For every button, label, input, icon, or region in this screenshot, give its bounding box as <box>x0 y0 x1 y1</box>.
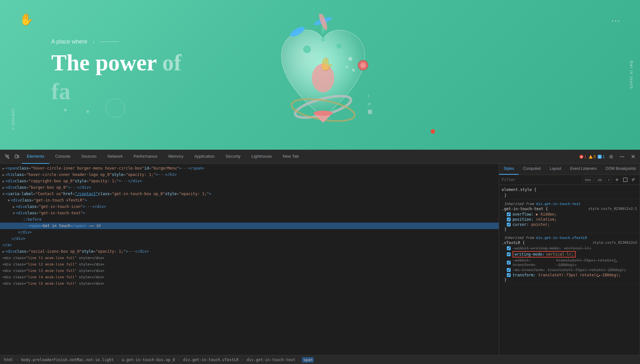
styles-filter-bar: :hov .cls + <box>499 175 640 185</box>
website-preview: ✋ ··· A place where ↓ The power of fa © … <box>0 0 640 150</box>
hover-filter-button[interactable]: :hov <box>582 177 593 183</box>
element-picker-button[interactable] <box>3 152 12 161</box>
breadcrumb-a[interactable]: a.get-in-touch-box.op_0 <box>120 357 176 363</box>
prop-checkbox[interactable] <box>507 273 511 277</box>
device-toggle-button[interactable] <box>12 152 21 161</box>
styles-filter-input[interactable] <box>502 178 581 182</box>
expand-icon[interactable] <box>3 192 4 196</box>
svg-point-29 <box>620 156 621 157</box>
three-dots: ··· <box>18 224 28 228</box>
inherited-from-selector-2[interactable]: div.get-in-touch.vTextLR <box>536 236 587 240</box>
tab-application[interactable]: Application <box>189 150 220 164</box>
tab-computed[interactable]: Computed <box>519 164 545 175</box>
site-dots-menu[interactable]: ··· <box>612 16 621 25</box>
tab-console[interactable]: Console <box>50 150 76 164</box>
dom-line[interactable]: <div class="get-in-touch vTextLR" > <box>0 197 499 203</box>
svg-text:t: t <box>368 94 369 98</box>
link-href[interactable]: /contact <box>77 192 96 196</box>
dom-line[interactable]: <div class="line l2 anim-line full" styl… <box>0 261 499 267</box>
breadcrumb-body[interactable]: body.preloaderFinish.notMac.not-ie.light <box>20 357 115 363</box>
style-prop-line: cursor: pointer; <box>502 222 637 227</box>
dom-line[interactable]: <span class="hover-circle-inner burger-m… <box>0 165 499 171</box>
prop-checkbox[interactable] <box>507 261 511 265</box>
dom-line[interactable]: <div class="line l3 anim-line full" styl… <box>0 267 499 274</box>
breadcrumb-div-text[interactable]: div.get-in-touch-text <box>245 357 296 363</box>
toggle-computed-button[interactable] <box>630 176 637 183</box>
tab-event-listeners[interactable]: Event Listeners <box>566 164 601 175</box>
inspect-element-button[interactable] <box>622 176 629 183</box>
tab-performance[interactable]: Performance <box>128 150 162 164</box>
dom-line-selected[interactable]: ··· <span> Get in touch </span> == $0 <box>0 223 499 229</box>
expand-icon[interactable] <box>13 211 15 215</box>
tab-memory[interactable]: Memory <box>163 150 189 164</box>
tag-name: span <box>8 166 17 170</box>
breadcrumb-bar: html › body.preloaderFinish.notMac.not-i… <box>0 355 640 364</box>
dom-line[interactable]: <div class="get-in-touch-icon" > ··· </d… <box>0 203 499 210</box>
expand-icon[interactable] <box>3 173 4 177</box>
dom-line[interactable]: <a aria-label="Contact us" href="/contac… <box>0 191 499 197</box>
expand-icon[interactable] <box>3 167 4 170</box>
tab-new-tab[interactable]: New Tab <box>278 150 304 164</box>
dom-panel[interactable]: <span class="hover-circle-inner burger-m… <box>0 164 499 355</box>
dom-line[interactable]: </a> <box>0 242 499 248</box>
tab-lighthouse[interactable]: Lighthouse <box>246 150 277 164</box>
inherited-from-selector[interactable]: div.get-in-touch-text <box>536 202 580 206</box>
breadcrumb-span[interactable]: span <box>302 357 314 363</box>
svg-point-6 <box>336 44 342 49</box>
dom-line[interactable]: </div> <box>0 229 499 235</box>
tab-sources[interactable]: Sources <box>76 150 102 164</box>
site-dot-1 <box>64 109 67 111</box>
dom-line[interactable]: <div class="line l1 anim-line full" styl… <box>0 255 499 261</box>
styles-content[interactable]: element.style { } Inherited from div.get… <box>499 185 640 355</box>
prop-checkbox[interactable] <box>507 252 511 256</box>
expand-icon[interactable] <box>3 186 4 189</box>
prop-checkbox[interactable] <box>507 268 511 272</box>
cls-filter-button[interactable]: .cls <box>595 177 604 183</box>
tag-name: a <box>8 192 10 196</box>
style-prop-line: -webkit-transform: translateY(-73px) rot… <box>502 258 637 267</box>
tab-network[interactable]: Network <box>102 150 128 164</box>
dom-line[interactable]: </div> <box>0 235 499 242</box>
info-badge: i 1 <box>597 154 605 159</box>
site-arrow: ↓ <box>92 39 95 45</box>
tab-layout[interactable]: Layout <box>545 164 566 175</box>
close-devtools-button[interactable]: ✕ <box>628 152 637 161</box>
inherited-block-2: Inherited from div.get-in-touch.vTextLR … <box>499 233 640 284</box>
prop-checkbox[interactable] <box>507 223 511 226</box>
dom-line[interactable]: <div class="social-icons-box op_0" style… <box>0 248 499 255</box>
expand-icon[interactable] <box>13 205 15 209</box>
prop-checkbox[interactable] <box>507 218 511 221</box>
expand-icon[interactable] <box>8 199 10 202</box>
dom-line[interactable]: <div class="get-in-touch-text" > <box>0 210 499 216</box>
tab-styles[interactable]: Styles <box>499 164 519 175</box>
new-style-rule-button[interactable] <box>613 176 620 183</box>
more-options-button[interactable] <box>618 152 627 161</box>
dom-line[interactable]: <div class="burger-box op_0" > ··· </div… <box>0 184 499 191</box>
svg-point-16 <box>346 66 348 68</box>
site-heading: The power of <box>51 50 182 76</box>
devtools-panel: Elements Console Sources Network Perform… <box>0 150 640 364</box>
dom-line[interactable]: <div class="line l4 anim-line full" styl… <box>0 274 499 280</box>
add-style-button[interactable]: + <box>606 177 612 183</box>
expand-icon[interactable] <box>3 179 4 183</box>
breadcrumb-html[interactable]: html <box>3 357 14 363</box>
heading-text: The power <box>51 50 162 75</box>
prop-checkbox[interactable] <box>507 246 511 250</box>
svg-text:i: i <box>599 155 600 159</box>
tab-dom-breakpoints[interactable]: DOM Breakpoints <box>601 164 640 175</box>
prop-checkbox[interactable] <box>507 212 511 216</box>
breadcrumb-div-touch[interactable]: div.get-in-touch.vTextLR <box>182 357 240 363</box>
tab-elements[interactable]: Elements <box>22 150 49 164</box>
expand-icon[interactable] <box>3 250 4 253</box>
dom-line[interactable]: ::before <box>0 216 499 223</box>
svg-rect-32 <box>623 178 627 182</box>
tab-security[interactable]: Security <box>220 150 246 164</box>
site-logo: ✋ <box>19 13 34 26</box>
dom-line[interactable]: <div class="line l5 anim-line full" styl… <box>0 280 499 287</box>
settings-button[interactable] <box>607 152 616 161</box>
dom-line[interactable]: <div class="copyright-box op_0" style="o… <box>0 178 499 184</box>
highlighted-prop: writing-mode: vertical-lr; <box>513 251 576 257</box>
warning-badge: ! 8 <box>588 154 596 159</box>
svg-point-30 <box>622 156 623 157</box>
dom-line[interactable]: <h1 class="hover-circle-inner header-log… <box>0 171 499 178</box>
